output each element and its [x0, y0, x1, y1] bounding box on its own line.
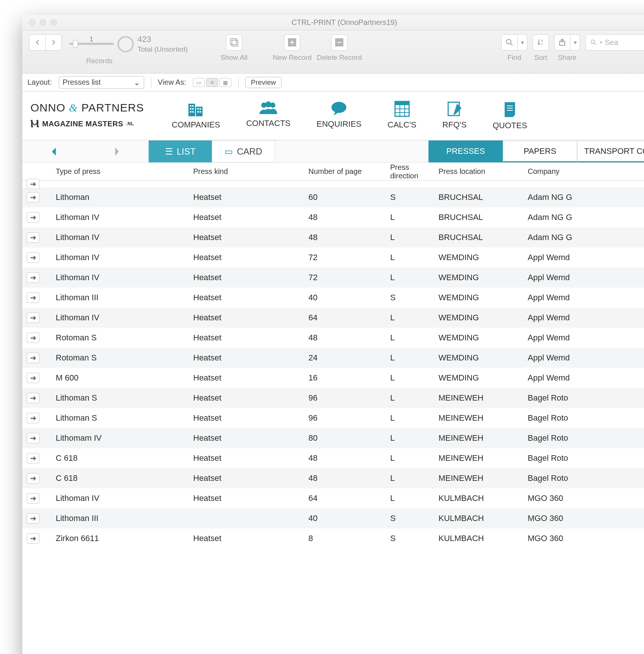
cell-location: WEMDING	[436, 313, 525, 323]
cell-company: Adam NG G	[525, 233, 644, 242]
page-prev-button[interactable]	[22, 140, 85, 162]
row-open-button[interactable]: ➔	[27, 353, 39, 363]
viewas-form-button[interactable]: ▭	[193, 78, 205, 87]
table-row[interactable]: ➔Lithoman IVHeatset64LWEMDINGAppl Wemd	[22, 308, 644, 328]
table-row[interactable]: ➔C 618Heatset48LMEINEWEHBagel Roto	[22, 448, 644, 468]
col-direction[interactable]: Press direction	[387, 163, 436, 180]
record-next-button[interactable]	[45, 34, 62, 51]
cell-type: C 618	[53, 473, 190, 483]
col-kind[interactable]: Press kind	[190, 167, 305, 176]
share-dropdown-caret[interactable]: ▾	[570, 34, 580, 51]
cell-company: Adam NG G	[525, 213, 644, 222]
search-input[interactable]: ▾ Sea	[585, 34, 644, 51]
cell-pages: 48	[305, 453, 387, 463]
row-open-button[interactable]: ➔	[27, 373, 39, 383]
table-row[interactable]: ➔Zirkon 6611Heatset8SKULMBACHMGO 360	[22, 528, 644, 548]
row-open-button[interactable]: ➔	[27, 413, 39, 423]
viewas-table-button[interactable]: ▦	[220, 78, 232, 87]
viewas-list-button[interactable]: ≡	[206, 78, 218, 87]
table-row[interactable]: ➔Lithoman IVHeatset64LKULMBACHMGO 360	[22, 488, 644, 508]
cell-kind: Heatset	[190, 433, 305, 443]
row-open-button[interactable]: ➔	[27, 192, 39, 203]
row-open-button[interactable]: ➔	[27, 292, 39, 303]
row-open-button[interactable]: ➔	[27, 179, 39, 189]
table-row[interactable]: ➔Lithoman IVHeatset48LBRUCHSALAdam NG G	[22, 227, 644, 247]
row-open-button[interactable]: ➔	[27, 313, 39, 323]
row-open-button[interactable]: ➔	[27, 333, 39, 343]
col-company[interactable]: Company	[525, 167, 644, 176]
cell-location: WEMDING	[436, 293, 525, 302]
table-row[interactable]: ➔Lithoman SHeatset96LMEINEWEHBagel Roto	[22, 388, 644, 408]
svg-text:z: z	[541, 42, 543, 46]
nav-contacts[interactable]: CONTACTS	[246, 101, 290, 130]
cell-kind: Heatset	[190, 534, 305, 543]
cell-location: WEMDING	[436, 373, 525, 383]
sub-toolbar: ☰ LIST ▭ CARD PRESSES PAPERS TRANSPORT C…	[22, 140, 644, 163]
share-button[interactable]: ▾	[554, 34, 580, 51]
delete-record-button[interactable]	[331, 34, 347, 51]
show-all-button[interactable]	[226, 34, 242, 51]
table-row[interactable]: ➔Lithoman IVHeatset72LWEMDINGAppl Wemd	[22, 268, 644, 288]
record-prev-button[interactable]	[29, 34, 45, 51]
page-next-button[interactable]	[85, 140, 149, 162]
table-row[interactable]: ➔Lithoman III40SKULMBACHMGO 360	[22, 508, 644, 528]
brand-logo: ONNO & PARTNERS Ⲙ MAGAZINE MASTERS.NL	[30, 101, 172, 130]
view-list-tab[interactable]: ☰ LIST	[149, 140, 212, 162]
find-dropdown-caret[interactable]: ▾	[518, 34, 527, 51]
col-location[interactable]: Press location	[436, 167, 525, 176]
column-headers: Type of press Press kind Number of page …	[22, 163, 644, 181]
cell-kind: Heatset	[190, 213, 305, 222]
row-open-button[interactable]: ➔	[27, 513, 39, 524]
nav-enquiries[interactable]: ENQUIRIES	[317, 101, 362, 130]
row-open-button[interactable]: ➔	[27, 493, 39, 504]
layout-select[interactable]: Presses list ⌄	[59, 76, 144, 89]
cell-direction: L	[387, 453, 436, 463]
col-pages[interactable]: Number of page	[305, 167, 387, 176]
table-row[interactable]: ➔Lithomam IVHeatset80LMEINEWEHBagel Roto	[22, 428, 644, 448]
cell-direction: L	[387, 413, 436, 423]
row-open-button[interactable]: ➔	[27, 252, 39, 263]
table-row[interactable]: ➔Rotoman SHeatset24LWEMDINGAppl Wemd	[22, 348, 644, 368]
table-row[interactable]: ➔Lithoman SHeatset96LMEINEWEHBagel Roto	[22, 408, 644, 428]
building-icon	[187, 101, 205, 117]
table-row[interactable]: ➔LithomanHeatset60SBRUCHSALAdam NG G	[22, 187, 644, 207]
row-open-button[interactable]: ➔	[27, 232, 39, 243]
cell-company: Appl Wemd	[525, 333, 644, 343]
section-presses-tab[interactable]: PRESSES	[428, 140, 503, 162]
nav-quotes[interactable]: QUOTES	[493, 101, 527, 130]
svg-rect-26	[395, 101, 409, 105]
table-row[interactable]: ➔M 600Heatset16LWEMDINGAppl Wemd	[22, 368, 644, 388]
svg-point-23	[270, 103, 275, 108]
record-slider[interactable]	[69, 43, 114, 45]
view-card-tab[interactable]: ▭ CARD	[212, 140, 275, 162]
row-open-button[interactable]: ➔	[27, 473, 39, 483]
cell-type: Lithoman IV	[53, 213, 190, 222]
section-papers-tab[interactable]: PAPERS	[503, 140, 577, 162]
table-row[interactable]: ➔Lithoman IVHeatset72LWEMDINGAppl Wemd	[22, 247, 644, 268]
preview-button[interactable]: Preview	[245, 77, 282, 88]
cell-direction: L	[387, 493, 436, 503]
edit-document-icon	[447, 101, 462, 117]
nav-companies[interactable]: COMPANIES	[172, 101, 220, 130]
row-open-button[interactable]: ➔	[27, 393, 39, 403]
sort-button[interactable]: az	[533, 34, 549, 51]
table-row[interactable]: ➔Lithoman IIIHeatset40SWEMDINGAppl Wemd	[22, 288, 644, 308]
row-open-button[interactable]: ➔	[27, 433, 39, 443]
row-open-button[interactable]: ➔	[27, 212, 39, 223]
row-open-button[interactable]: ➔	[27, 272, 39, 283]
table-row[interactable]: ➔Lithoman IVHeatset48LBRUCHSALAdam NG G	[22, 207, 644, 227]
pie-chart-icon[interactable]	[117, 36, 134, 52]
cell-pages: 96	[305, 413, 387, 423]
table-row[interactable]: ➔Rotoman SHeatset48LWEMDINGAppl Wemd	[22, 328, 644, 348]
find-button[interactable]: ▾	[501, 34, 527, 51]
cell-company: MGO 360	[525, 493, 644, 503]
table-row[interactable]: ➔C 618Heatset48LMEINEWEHBagel Roto	[22, 468, 644, 488]
col-type[interactable]: Type of press	[53, 167, 190, 176]
row-open-button[interactable]: ➔	[27, 533, 39, 544]
nav-calcs[interactable]: CALC'S	[388, 101, 417, 130]
row-open-button[interactable]: ➔	[27, 453, 39, 463]
section-transport-tab[interactable]: TRANSPORT COST	[577, 140, 644, 162]
card-icon: ▭	[224, 146, 233, 157]
nav-rfqs[interactable]: RFQ'S	[442, 101, 466, 130]
new-record-button[interactable]	[284, 34, 300, 51]
